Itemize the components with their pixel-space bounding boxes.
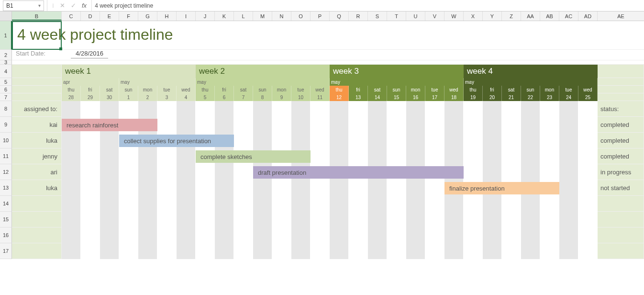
day-cell[interactable]	[540, 196, 559, 212]
row-header-7[interactable]: 7	[0, 93, 12, 101]
col-header-R[interactable]: R	[349, 11, 368, 21]
day-cell[interactable]	[559, 212, 578, 227]
day-cell[interactable]	[253, 117, 272, 133]
day-cell[interactable]	[291, 133, 311, 148]
col-header-L[interactable]: L	[234, 11, 253, 21]
day-cell[interactable]	[387, 148, 406, 164]
day-cell[interactable]	[559, 243, 578, 259]
day-cell[interactable]	[330, 133, 349, 148]
day-cell[interactable]	[349, 117, 368, 133]
dow-header[interactable]: sun	[387, 86, 406, 93]
day-cell[interactable]	[215, 164, 234, 180]
day-cell[interactable]	[502, 196, 521, 212]
day-cell[interactable]	[330, 148, 349, 164]
day-cell[interactable]	[330, 101, 349, 117]
day-cell[interactable]	[368, 243, 387, 259]
week2-header[interactable]: week 2	[196, 65, 330, 78]
day-cell[interactable]	[177, 101, 196, 117]
day-cell[interactable]	[291, 243, 311, 259]
day-cell[interactable]	[291, 117, 311, 133]
col-header-K[interactable]: K	[215, 11, 234, 21]
dow-header[interactable]: tue	[157, 86, 177, 93]
day-cell[interactable]	[234, 180, 253, 196]
day-cell[interactable]	[272, 227, 291, 243]
day-cell[interactable]	[215, 243, 234, 259]
day-cell[interactable]	[311, 117, 330, 133]
day-cell[interactable]	[100, 148, 119, 164]
dow-header[interactable]: fri	[483, 86, 502, 93]
day-cell[interactable]	[157, 148, 177, 164]
day-cell[interactable]	[234, 101, 253, 117]
day-cell[interactable]	[559, 227, 578, 243]
day-cell[interactable]	[138, 212, 157, 227]
assignee-cell[interactable]: kai	[12, 117, 62, 133]
day-cell[interactable]	[349, 133, 368, 148]
day-cell[interactable]	[406, 180, 425, 196]
day-cell[interactable]	[559, 133, 578, 148]
day-cell[interactable]	[425, 148, 444, 164]
day-cell[interactable]	[272, 196, 291, 212]
dow-header[interactable]: wed	[177, 86, 196, 93]
day-cell[interactable]	[177, 196, 196, 212]
day-cell[interactable]	[215, 117, 234, 133]
day-cell[interactable]	[138, 164, 157, 180]
day-cell[interactable]	[157, 196, 177, 212]
date-header[interactable]: 6	[215, 93, 234, 101]
date-header[interactable]: 8	[253, 93, 272, 101]
day-cell[interactable]	[483, 101, 502, 117]
dow-header[interactable]: thu	[464, 86, 483, 93]
col-header-I[interactable]: I	[177, 11, 196, 21]
day-cell[interactable]	[444, 243, 464, 259]
day-cell[interactable]	[444, 227, 464, 243]
row-6[interactable]: 6 thufrisatsunmontuewedthufrisatsunmontu…	[0, 86, 644, 93]
day-cell[interactable]	[483, 227, 502, 243]
fx-icon[interactable]: fx	[82, 2, 87, 9]
date-header[interactable]: 21	[502, 93, 521, 101]
day-cell[interactable]	[521, 117, 540, 133]
col-header-Q[interactable]: Q	[330, 11, 349, 21]
date-header[interactable]: 1	[119, 93, 138, 101]
day-cell[interactable]	[406, 117, 425, 133]
day-cell[interactable]	[138, 243, 157, 259]
day-cell[interactable]	[330, 212, 349, 227]
day-cell[interactable]	[81, 243, 100, 259]
day-cell[interactable]	[196, 212, 215, 227]
dow-header[interactable]: fri	[215, 86, 234, 93]
day-cell[interactable]	[578, 117, 598, 133]
day-cell[interactable]	[234, 243, 253, 259]
day-cell[interactable]	[578, 148, 598, 164]
day-cell[interactable]	[483, 212, 502, 227]
row-header-16[interactable]: 16	[0, 227, 12, 243]
day-cell[interactable]	[215, 196, 234, 212]
row-header-12[interactable]: 12	[0, 164, 12, 180]
day-cell[interactable]	[62, 180, 81, 196]
day-cell[interactable]	[349, 148, 368, 164]
day-cell[interactable]	[521, 196, 540, 212]
day-cell[interactable]	[387, 101, 406, 117]
day-cell[interactable]	[406, 243, 425, 259]
day-cell[interactable]	[272, 180, 291, 196]
day-cell[interactable]	[464, 196, 483, 212]
day-cell[interactable]	[62, 148, 81, 164]
dow-header[interactable]: tue	[559, 86, 578, 93]
row-header-17[interactable]: 17	[0, 243, 12, 259]
day-cell[interactable]	[119, 180, 138, 196]
day-cell[interactable]	[444, 212, 464, 227]
day-cell[interactable]	[578, 164, 598, 180]
day-cell[interactable]	[119, 148, 138, 164]
day-cell[interactable]	[521, 212, 540, 227]
day-cell[interactable]	[578, 180, 598, 196]
dow-header[interactable]: thu	[62, 86, 81, 93]
col-header-M[interactable]: M	[253, 11, 272, 21]
day-cell[interactable]	[483, 117, 502, 133]
date-header[interactable]: 7	[234, 93, 253, 101]
col-header-V[interactable]: V	[425, 11, 444, 21]
day-cell[interactable]	[100, 212, 119, 227]
row-4[interactable]: 4 week 1 week 2 week 3 week 4	[0, 65, 644, 78]
day-cell[interactable]	[234, 117, 253, 133]
day-cell[interactable]	[540, 227, 559, 243]
day-cell[interactable]	[559, 148, 578, 164]
day-cell[interactable]	[330, 227, 349, 243]
row-14[interactable]: 14	[0, 196, 644, 212]
day-cell[interactable]	[387, 133, 406, 148]
